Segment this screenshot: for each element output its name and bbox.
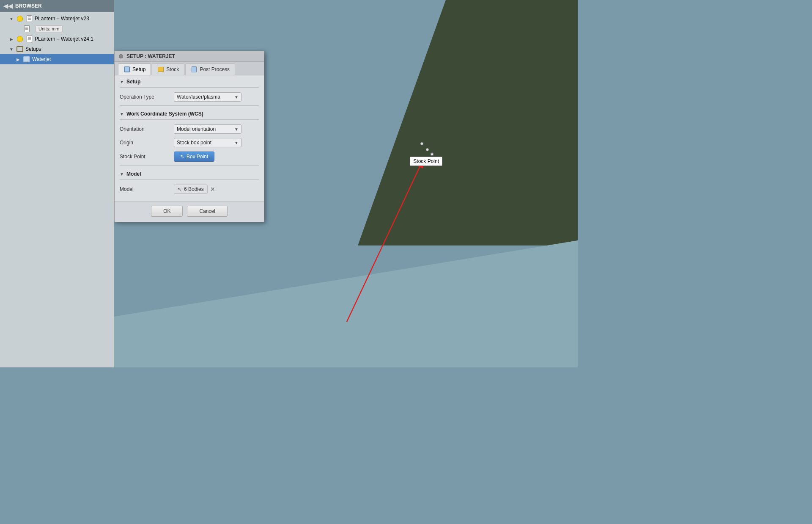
tree-arrow-setups: ▼ [8,47,14,52]
orientation-row: Orientation Model orientation ▼ [120,122,259,136]
units-badge: Units: mm [36,25,63,32]
model-clear-button[interactable]: ✕ [210,186,215,192]
dialog-container: SETUP : WATERJET Setup [114,51,264,222]
operation-type-label: Operation Type [120,94,170,100]
viewport: Stock Point SETUP : WATERJET [114,0,578,367]
orientation-label: Orientation [120,126,170,132]
stock-point-label: Stock Point [413,158,439,164]
browser-panel: ◀◀ BROWSER ▼ PLantern – Waterjet v23 ▶ [0,0,114,367]
wcs-section-header: ▼ Work Coordinate System (WCS) [120,108,259,120]
dialog-body: ▼ Setup Operation Type Water/laser/plasm… [115,75,264,201]
dialog-tabs: Setup Stock Post Process [115,62,264,75]
browser-title: BROWSER [15,3,42,9]
tree-item-setups[interactable]: ▼ Setups [0,44,114,54]
tab-postprocess[interactable]: Post Process [185,63,235,75]
origin-select[interactable]: Stock box point ▼ [174,138,241,147]
tab-stock[interactable]: Stock [152,63,184,75]
model-value-container: ↖ 6 Bodies ✕ [174,185,215,194]
tree-item-waterjet[interactable]: ▶ Waterjet [0,54,114,64]
model-section-label: Model [126,171,141,177]
orientation-arrow-icon: ▼ [234,127,239,132]
browser-header: ◀◀ BROWSER [0,0,114,12]
floor-surface [114,240,578,367]
orientation-value: Model orientation [177,126,216,132]
orientation-control: Model orientation ▼ [174,124,259,134]
setup-dialog: SETUP : WATERJET Setup [114,51,264,222]
operation-type-arrow-icon: ▼ [234,95,239,99]
dialog-titlebar: SETUP : WATERJET [115,51,264,62]
bulb-icon-v23 [16,15,24,22]
origin-value: Stock box point [177,140,211,146]
dot-1 [420,142,423,145]
tree-label-waterjet: Waterjet [32,56,51,62]
stock-point-button[interactable]: ↖ Box Point [174,152,214,162]
setup-section-header: ▼ Setup [120,75,259,88]
stock-point-form-label: Stock Point [120,154,170,160]
tree-label-v23: PLantern – Waterjet v23 [35,16,89,22]
stock-point-tooltip: Stock Point [410,157,442,166]
tree-arrow-v23: ▼ [8,17,14,21]
operation-type-row: Operation Type Water/laser/plasma ▼ [120,90,259,104]
stock-point-control: ↖ Box Point [174,152,259,162]
tab-setup-label: Setup [132,66,145,72]
dialog-footer: OK Cancel [115,201,264,222]
title-dot-icon [119,54,123,58]
operation-type-control: Water/laser/plasma ▼ [174,92,259,102]
origin-row: Origin Stock box point ▼ [120,136,259,149]
tab-stock-label: Stock [166,66,179,72]
divider-2 [120,165,259,166]
operation-type-select[interactable]: Water/laser/plasma ▼ [174,92,241,102]
viewport-background: Stock Point SETUP : WATERJET [114,0,578,367]
model-section-header: ▼ Model [120,168,259,180]
doc-icon-v24 [25,35,33,43]
setup-section-arrow: ▼ [120,80,124,84]
cursor-icon: ↖ [180,154,184,160]
model-cursor-icon: ↖ [178,186,182,192]
origin-label: Origin [120,140,170,146]
browser-collapse-icon[interactable]: ◀◀ [3,3,13,9]
tree-item-plantern-v23[interactable]: ▼ PLantern – Waterjet v23 [0,14,114,24]
tab-setup-icon [123,66,130,73]
stock-point-row: Stock Point ↖ Box Point [120,149,259,164]
model-section-arrow: ▼ [120,172,124,177]
divider-1 [120,105,259,106]
model-control: ↖ 6 Bodies ✕ [174,185,259,194]
wcs-section-arrow: ▼ [120,112,124,116]
ok-button[interactable]: OK [151,206,183,217]
origin-control: Stock box point ▼ [174,138,259,147]
tree-item-units[interactable]: ▶ Units: mm [0,24,114,34]
tree-arrow-v24: ▶ [8,37,14,41]
cancel-button[interactable]: Cancel [187,206,227,217]
model-bodies-value: 6 Bodies [184,186,204,192]
stock-point-button-label: Box Point [187,154,208,160]
tab-postprocess-label: Post Process [200,66,230,72]
stock-point-dot [430,152,434,156]
tab-setup[interactable]: Setup [118,63,151,75]
model-label: Model [120,186,170,192]
setup-icon-waterjet [23,55,30,63]
doc-icon-v23 [25,15,33,22]
doc-icon-units [23,25,30,33]
operation-type-value: Water/laser/plasma [177,94,220,100]
tab-stock-icon [157,66,164,73]
origin-arrow-icon: ▼ [234,141,239,145]
tree-label-setups: Setups [25,46,41,52]
setup-icon-setups [16,45,24,53]
tree-label-v24: PLantern – Waterjet v24:1 [35,36,93,42]
dot-2 [426,148,429,151]
setup-section-label: Setup [126,79,140,85]
wcs-section-label: Work Coordinate System (WCS) [126,111,203,117]
orientation-select[interactable]: Model orientation ▼ [174,124,241,134]
tab-postprocess-icon [191,66,198,73]
bulb-icon-v24 [16,35,24,43]
model-row: Model ↖ 6 Bodies ✕ [120,182,259,196]
browser-tree: ▼ PLantern – Waterjet v23 ▶ Units: mm [0,12,114,367]
dark-surface [358,0,578,245]
tree-arrow-waterjet: ▶ [15,57,21,62]
dialog-title: SETUP : WATERJET [126,53,175,59]
model-tag: ↖ 6 Bodies [174,185,208,194]
tree-item-plantern-v24[interactable]: ▶ PLantern – Waterjet v24:1 [0,34,114,44]
